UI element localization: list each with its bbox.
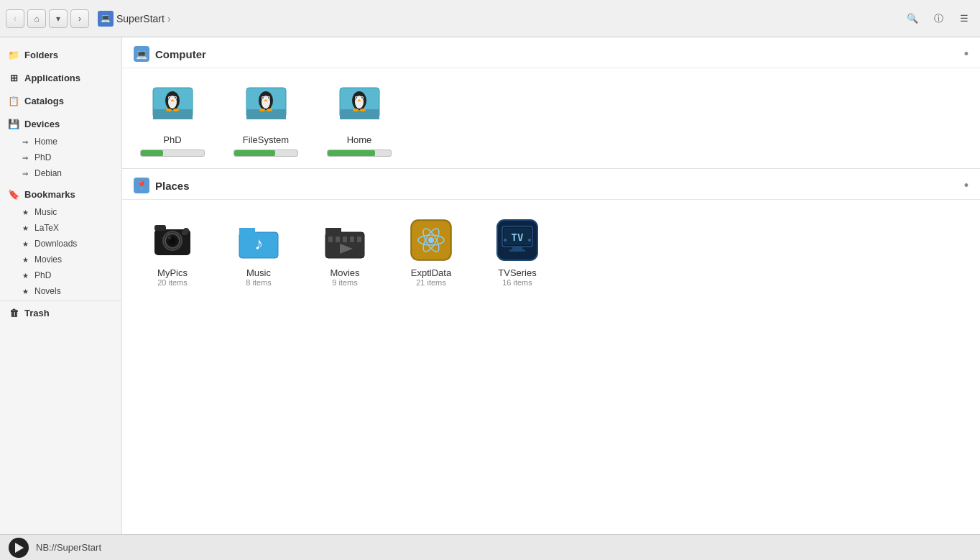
computer-icon: 💻 xyxy=(136,49,147,60)
phd-drive-icon: ⇒ xyxy=(20,152,30,162)
sidebar-item-home-label: Home xyxy=(34,137,57,147)
sidebar-item-debian-label: Debian xyxy=(34,168,62,178)
status-logo-play-icon xyxy=(15,543,24,553)
svg-point-65 xyxy=(504,239,507,242)
tvseries-icon: TV xyxy=(495,218,540,262)
catalogs-icon: 📋 xyxy=(7,94,20,107)
sidebar-item-downloads[interactable]: ★ Downloads xyxy=(0,236,121,252)
debian-drive-icon: ⇒ xyxy=(20,168,30,178)
sidebar-applications-header[interactable]: ⊞ Applications xyxy=(0,68,121,88)
home-drive-icon: ⇒ xyxy=(20,137,30,147)
places-icon: 📍 xyxy=(136,180,147,191)
sidebar-item-debian[interactable]: ⇒ Debian xyxy=(0,165,121,181)
svg-rect-45 xyxy=(325,232,364,258)
svg-rect-50 xyxy=(350,237,354,242)
main-layout: 📁 Folders ⊞ Applications 📋 Catalogs 💾 De… xyxy=(0,37,980,534)
svg-point-29 xyxy=(361,97,363,98)
sidebar-section-trash: 🗑 Trash xyxy=(0,300,121,324)
places-section-title: 📍 Places xyxy=(134,178,190,193)
sidebar-trash-header[interactable]: 🗑 Trash xyxy=(0,303,121,323)
place-icon-container-exptldata xyxy=(408,217,454,263)
sidebar-item-movies-label: Movies xyxy=(34,254,62,265)
info-icon: ⓘ xyxy=(934,12,943,25)
drive-filesystem-bar-container xyxy=(234,150,298,157)
sidebar-section-folders: 📁 Folders xyxy=(0,43,121,66)
drive-item-home[interactable]: Home xyxy=(323,80,395,157)
place-mypics-name: MyPics xyxy=(157,267,188,278)
svg-point-9 xyxy=(166,109,172,111)
place-movies-name: Movies xyxy=(330,267,359,278)
sidebar-item-phd-bookmark[interactable]: ★ PhD xyxy=(0,267,121,283)
sidebar-item-phd-label: PhD xyxy=(34,152,51,162)
mypics-icon xyxy=(150,218,195,262)
svg-point-20 xyxy=(259,109,265,111)
path-icon: 💻 xyxy=(98,11,114,27)
sidebar-item-home[interactable]: ⇒ Home xyxy=(0,134,121,150)
svg-text:♪: ♪ xyxy=(254,234,263,253)
sidebar-item-novels[interactable]: ★ Novels xyxy=(0,283,121,299)
place-item-movies[interactable]: Movies 9 items xyxy=(309,211,381,293)
phd-drive-icon xyxy=(149,82,196,129)
home-icon: ⌂ xyxy=(34,14,39,24)
phd-star-icon: ★ xyxy=(20,270,30,280)
search-button[interactable]: 🔍 xyxy=(902,9,923,29)
place-item-music[interactable]: ♪ Music 8 items xyxy=(223,211,295,293)
svg-rect-23 xyxy=(340,109,379,119)
svg-rect-48 xyxy=(336,237,340,242)
sidebar-applications-label: Applications xyxy=(24,73,80,83)
menu-button[interactable]: ☰ xyxy=(954,9,974,29)
info-button[interactable]: ⓘ xyxy=(928,9,948,29)
sidebar-item-phd-bookmark-label: PhD xyxy=(34,270,51,280)
dropdown-icon: ▾ xyxy=(56,14,60,24)
sidebar-item-movies[interactable]: ★ Movies xyxy=(0,252,121,267)
svg-rect-43 xyxy=(239,228,255,235)
sidebar-item-latex-label: LaTeX xyxy=(34,223,59,233)
sidebar-folders-header[interactable]: 📁 Folders xyxy=(0,45,121,65)
place-icon-container-music: ♪ xyxy=(236,217,282,263)
sidebar-bookmarks-header[interactable]: 🔖 Bookmarks xyxy=(0,184,121,204)
applications-icon: ⊞ xyxy=(7,71,20,84)
dropdown-button[interactable]: ▾ xyxy=(49,9,68,28)
sidebar-devices-header[interactable]: 💾 Devices xyxy=(0,114,121,134)
computer-section-header: 💻 Computer • xyxy=(122,37,980,68)
sidebar-item-novels-label: Novels xyxy=(34,286,61,296)
sidebar-trash-label: Trash xyxy=(24,308,50,318)
drive-icon-container-phd xyxy=(147,80,198,130)
places-section-menu-dot[interactable]: • xyxy=(964,178,969,193)
place-item-tvseries[interactable]: TV TVSeries 16 items xyxy=(481,211,553,293)
sidebar-catalogs-header[interactable]: 📋 Catalogs xyxy=(0,91,121,111)
drive-phd-bar xyxy=(141,150,163,156)
sidebar-item-latex[interactable]: ★ LaTeX xyxy=(0,220,121,236)
trash-icon: 🗑 xyxy=(7,306,20,319)
downloads-star-icon: ★ xyxy=(20,239,30,249)
computer-title-text: Computer xyxy=(155,48,206,60)
place-item-mypics[interactable]: MyPics 20 items xyxy=(137,211,208,293)
svg-rect-38 xyxy=(154,225,166,231)
sidebar-item-music[interactable]: ★ Music xyxy=(0,204,121,220)
drive-home-bar-container xyxy=(327,150,392,157)
computer-section-menu-dot[interactable]: • xyxy=(964,47,969,62)
back-button[interactable]: ‹ xyxy=(6,9,24,28)
sidebar-item-phd[interactable]: ⇒ PhD xyxy=(0,150,121,165)
sidebar-devices-label: Devices xyxy=(24,119,60,129)
svg-point-10 xyxy=(173,109,179,111)
drive-item-phd[interactable]: PhD xyxy=(137,80,208,157)
forward-button[interactable]: › xyxy=(70,9,89,28)
drive-phd-name: PhD xyxy=(163,134,181,145)
svg-point-7 xyxy=(175,97,176,98)
sidebar-item-music-label: Music xyxy=(34,207,57,217)
sidebar-section-catalogs: 📋 Catalogs xyxy=(0,89,121,112)
place-item-exptldata[interactable]: ExptlData 21 items xyxy=(395,211,467,293)
home-button[interactable]: ⌂ xyxy=(27,9,46,28)
place-movies-count: 9 items xyxy=(332,278,357,287)
svg-rect-63 xyxy=(512,247,522,249)
svg-point-66 xyxy=(528,239,531,242)
computer-icon: 💻 xyxy=(101,14,111,23)
drive-item-filesystem[interactable]: FileSystem xyxy=(230,80,302,157)
drive-home-bar xyxy=(328,150,375,156)
svg-point-55 xyxy=(428,237,434,243)
music-star-icon: ★ xyxy=(20,207,30,217)
sidebar-section-devices: 💾 Devices ⇒ Home ⇒ PhD ⇒ Debian xyxy=(0,112,121,183)
filesystem-drive-icon xyxy=(243,82,290,129)
drive-home-name: Home xyxy=(347,134,372,145)
